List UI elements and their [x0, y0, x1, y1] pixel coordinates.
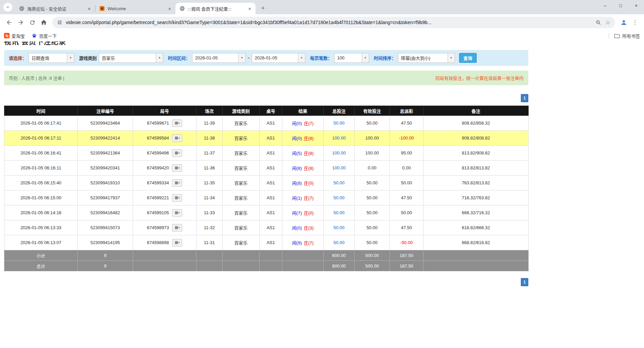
empty-cell	[223, 250, 260, 261]
empty-cell	[423, 261, 529, 271]
cell-total-bet-link[interactable]: 50.00	[324, 235, 355, 250]
profile-icon	[620, 19, 627, 26]
cell-result: 闲(8)庄(8)	[282, 161, 324, 176]
cell-table-no: AS1	[260, 235, 282, 250]
cell-note: 908.82/808.82	[423, 131, 529, 146]
cell-result: 闲(0)庄(8)	[282, 131, 324, 146]
cell-round: 674599221	[133, 190, 196, 205]
refresh-button[interactable]	[26, 17, 38, 28]
filter-label-page-size: 每页笔数：	[310, 55, 332, 61]
query-button[interactable]: 查询	[459, 53, 477, 63]
profile-button[interactable]	[618, 17, 629, 28]
date-to-select[interactable]: 2026-01-05 ▼	[252, 53, 305, 63]
cell-total-bet-link[interactable]: 100.00	[324, 131, 355, 146]
chevron-down-icon[interactable]: ▼	[362, 53, 369, 62]
page-size-select[interactable]: 100 ▼	[334, 53, 369, 63]
video-replay-button[interactable]	[172, 194, 182, 202]
cell-time: 2026-01-05 06:14:16	[4, 205, 78, 220]
cell-game: 百家乐	[223, 205, 260, 220]
video-replay-button[interactable]	[172, 179, 182, 187]
cell-game: 百家乐	[223, 161, 260, 176]
all-bookmarks[interactable]: 所有书签	[609, 33, 640, 39]
bookmarks-bar: 淘 爱淘宝 百度一下 所有书签	[0, 31, 644, 41]
cell-result: 闲(9)庄(7)	[282, 235, 324, 250]
cell-total-bet-link[interactable]: 50.00	[324, 205, 355, 220]
cell-table-no: AS1	[260, 220, 282, 235]
page-1-button[interactable]: 1	[521, 94, 528, 102]
video-replay-button[interactable]	[172, 149, 182, 157]
video-replay-button[interactable]	[172, 239, 182, 246]
camera-icon	[175, 181, 180, 185]
new-tab-button[interactable]: +	[258, 3, 268, 13]
menu-icon[interactable]: ⋮	[629, 19, 641, 26]
cell-time: 2026-01-05 06:17:41	[4, 116, 78, 131]
chevron-down-icon[interactable]: ▼	[67, 53, 74, 62]
cell-total-bet-link[interactable]: 50.00	[324, 176, 355, 190]
header-total-bet: 总投注	[324, 106, 355, 116]
site-settings-icon[interactable]	[57, 20, 62, 25]
cell-session: 11-35	[196, 176, 223, 190]
cell-total-bet-link[interactable]: 100.00	[324, 161, 355, 176]
subtotal-count: 9	[78, 250, 133, 261]
close-icon[interactable]: ×	[247, 5, 253, 12]
cell-total-bet-link[interactable]: 100.00	[324, 146, 355, 161]
minimize-button[interactable]: –	[597, 0, 613, 11]
cell-game: 百家乐	[223, 220, 260, 235]
video-replay-button[interactable]	[172, 164, 182, 172]
back-button[interactable]	[3, 17, 15, 28]
result-player: 闲(5)	[292, 151, 302, 156]
sort-order-select[interactable]: 降幂(由大到小) ▼	[398, 53, 455, 63]
tab-welcome[interactable]: Welcome ×	[95, 3, 175, 14]
date-from-select[interactable]: 2026-01-05 ▼	[192, 53, 246, 63]
round-number: 674599671	[147, 121, 169, 126]
cell-total-bet-link[interactable]: 50.00	[324, 116, 355, 131]
zoom-icon[interactable]	[595, 20, 601, 25]
tab-haiyan-forum[interactable]: 海燕论坛 - 安全验证 ×	[15, 3, 95, 14]
cell-bet-id: 523099417937	[78, 190, 133, 205]
tab-bet-records-active[interactable]: :::视讯 会员下注纪录::: ×	[175, 3, 255, 14]
video-replay-button[interactable]	[172, 134, 182, 142]
maximize-button[interactable]: □	[613, 0, 628, 11]
forward-button[interactable]	[15, 17, 26, 28]
video-replay-button[interactable]	[172, 224, 182, 232]
url-text[interactable]: videoie.com/ipl/portal.php/game/betrecor…	[66, 20, 591, 25]
close-icon[interactable]: ×	[86, 5, 92, 12]
cell-payout: -50.00	[390, 235, 423, 250]
tab-title: :::视讯 会员下注纪录:::	[188, 5, 244, 12]
video-replay-button[interactable]	[172, 209, 182, 217]
chevron-down-icon[interactable]: ▼	[298, 53, 305, 62]
chevron-down-icon[interactable]: ▼	[156, 53, 163, 62]
round-number: 674598973	[147, 225, 169, 230]
cell-game: 百家乐	[223, 131, 260, 146]
header-result: 结果	[282, 106, 324, 116]
cell-total-bet-link[interactable]: 50.00	[324, 190, 355, 205]
tab-search-button[interactable]	[3, 3, 12, 12]
table-row: 2026-01-05 06:15:00 523099417937 6745992…	[4, 190, 529, 205]
currency-summary-text: 币别 : 人民币 | 总共 :9 注单 |	[9, 75, 64, 81]
bookmark-aitaobao[interactable]: 淘 爱淘宝	[4, 33, 25, 39]
result-player: 闲(0)	[292, 225, 302, 231]
bookmark-star-icon[interactable]: ☆	[605, 19, 610, 26]
cell-bet-id: 523099414195	[78, 235, 133, 250]
filter-label-sort: 时间排序：	[374, 55, 396, 61]
camera-icon	[175, 136, 180, 140]
result-player: 闲(8)	[292, 181, 302, 186]
address-bar[interactable]: videoie.com/ipl/portal.php/game/betrecor…	[52, 17, 615, 28]
chevron-down-icon[interactable]: ▼	[238, 53, 245, 62]
result-player: 闲(0)	[292, 136, 302, 141]
cell-total-bet-link[interactable]: 50.00	[324, 220, 355, 235]
game-type-select[interactable]: 百家乐 ▼	[99, 53, 163, 63]
result-banker: 庄(7)	[304, 196, 314, 201]
header-valid-bet: 有效投注	[355, 106, 390, 116]
close-window-button[interactable]: ×	[628, 0, 644, 11]
video-replay-button[interactable]	[172, 120, 182, 127]
cell-note: 666.32/716.32	[423, 205, 529, 220]
home-button[interactable]	[38, 17, 50, 28]
empty-cell	[423, 250, 529, 261]
bookmark-baidu[interactable]: 百度一下	[32, 33, 57, 39]
chevron-down-icon[interactable]: ▼	[448, 53, 455, 62]
page-1-button[interactable]: 1	[521, 278, 528, 286]
query-type-select[interactable]: 日期查询 ▼	[29, 53, 74, 63]
cell-note: 668.82/618.82	[423, 235, 529, 250]
close-icon[interactable]: ×	[167, 5, 173, 12]
